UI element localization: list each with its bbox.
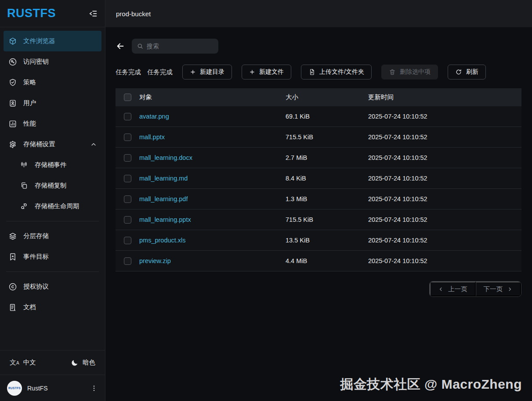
- sidebar-item-label: 访问密钥: [23, 58, 49, 66]
- preferences-row: 文A 中文 暗色: [0, 350, 105, 375]
- sidebar-item-users[interactable]: 用户: [4, 93, 101, 113]
- sidebar-item-performance[interactable]: 性能: [4, 113, 101, 134]
- file-updated: 2025-07-24 10:10:52: [368, 237, 521, 244]
- sidebar-divider: [6, 221, 99, 221]
- back-button[interactable]: [116, 41, 125, 51]
- row-checkbox[interactable]: [124, 113, 131, 120]
- sidebar-item-bucket-replication[interactable]: 存储桶复制: [4, 175, 101, 196]
- next-page-button[interactable]: 下一页: [476, 282, 521, 296]
- table-header: 对象 大小 更新时间: [116, 88, 521, 106]
- search-icon: [137, 43, 144, 50]
- file-link[interactable]: mall_learning.md: [139, 175, 286, 182]
- refresh-icon: [455, 69, 462, 76]
- file-updated: 2025-07-24 10:10:52: [368, 257, 521, 264]
- table-row: mall_learning.pdf 1.3 MiB 2025-07-24 10:…: [116, 189, 521, 210]
- sidebar-item-label: 用户: [23, 99, 36, 107]
- sidebar-item-label: 性能: [23, 119, 36, 128]
- table-row: avatar.png 69.1 KiB 2025-07-24 10:10:52: [116, 106, 521, 127]
- prev-page-label: 上一页: [448, 285, 467, 293]
- file-link[interactable]: mall_learning.pptx: [139, 216, 286, 223]
- table-body: avatar.png 69.1 KiB 2025-07-24 10:10:52 …: [116, 106, 521, 271]
- search-box: [132, 39, 218, 54]
- new-directory-button[interactable]: 新建目录: [182, 65, 232, 79]
- sidebar-item-access-keys[interactable]: 访问密钥: [4, 51, 101, 72]
- row-checkbox[interactable]: [124, 154, 131, 162]
- language-switcher[interactable]: 文A 中文: [10, 358, 36, 367]
- sidebar-item-tiered-storage[interactable]: 分层存储: [4, 226, 101, 246]
- file-updated: 2025-07-24 10:10:52: [368, 175, 521, 182]
- copy-icon: [20, 181, 29, 190]
- table-row: mall_learning.md 8.4 KiB 2025-07-24 10:1…: [116, 168, 521, 189]
- table-row: pms_product.xls 13.5 KiB 2025-07-24 10:1…: [116, 230, 521, 251]
- column-header-updated: 更新时间: [368, 93, 521, 101]
- sidebar-footer: 文A 中文 暗色 RUSTFS RustFS: [0, 350, 105, 401]
- document-icon: [8, 303, 17, 312]
- main-area: prod-bucket 任务完成 任务完成: [105, 0, 532, 401]
- search-input[interactable]: [147, 43, 214, 50]
- sidebar-item-label: 文档: [23, 303, 36, 311]
- delete-selected-button[interactable]: 删除选中项: [381, 65, 438, 79]
- sidebar-item-event-targets[interactable]: 事件目标: [4, 246, 101, 267]
- table-row: mall.pptx 715.5 KiB 2025-07-24 10:10:52: [116, 127, 521, 148]
- sidebar-item-license[interactable]: 授权协议: [4, 276, 101, 297]
- row-checkbox[interactable]: [124, 175, 131, 182]
- task-status-label: 任务完成: [116, 68, 141, 76]
- prev-page-button[interactable]: 上一页: [430, 282, 476, 296]
- trash-icon: [389, 69, 396, 76]
- gear-icon: [8, 140, 17, 149]
- row-checkbox[interactable]: [124, 237, 131, 244]
- bar-chart-icon: [8, 119, 17, 128]
- kebab-menu-icon: [90, 384, 98, 392]
- pagination: 上一页 下一页: [116, 281, 521, 297]
- cube-icon: [8, 37, 17, 46]
- sidebar-item-label: 分层存储: [23, 232, 49, 240]
- file-size: 13.5 KiB: [286, 237, 368, 244]
- sidebar-item-label: 策略: [23, 78, 36, 87]
- sidebar-item-bucket-lifecycle[interactable]: 存储桶生命周期: [4, 196, 101, 217]
- sidebar-item-label: 授权协议: [23, 282, 49, 291]
- sidebar-item-policies[interactable]: 策略: [4, 72, 101, 93]
- file-link[interactable]: mall_learning.docx: [139, 154, 286, 161]
- row-checkbox[interactable]: [124, 257, 131, 265]
- theme-toggle[interactable]: 暗色: [71, 358, 95, 367]
- sidebar-item-label: 存储桶事件: [35, 161, 67, 169]
- row-checkbox[interactable]: [124, 195, 131, 203]
- pagination-group: 上一页 下一页: [429, 281, 521, 297]
- account-menu-button[interactable]: [90, 384, 98, 392]
- file-link[interactable]: pms_product.xls: [139, 237, 286, 244]
- task-status-label: 任务完成: [147, 68, 173, 76]
- topbar: prod-bucket: [105, 0, 532, 27]
- row-checkbox[interactable]: [124, 134, 131, 141]
- objects-table: 对象 大小 更新时间 avatar.png 69.1 KiB 2025-07-2…: [116, 88, 521, 271]
- sidebar-item-label: 存储桶复制: [35, 181, 67, 190]
- upload-button[interactable]: 上传文件/文件夹: [301, 65, 372, 79]
- sidebar-item-docs[interactable]: 文档: [4, 297, 101, 318]
- select-all-checkbox[interactable]: [124, 94, 131, 101]
- file-updated: 2025-07-24 10:10:52: [368, 195, 521, 202]
- translate-icon: 文A: [10, 358, 19, 367]
- sidebar-nav: 文件浏览器 访问密钥 策略 用户: [0, 27, 105, 318]
- file-size: 4.4 MiB: [286, 257, 368, 264]
- moon-icon: [71, 359, 79, 367]
- sidebar-item-bucket-events[interactable]: 存储桶事件: [4, 155, 101, 175]
- rustfs-logo: RUSTFS: [7, 7, 56, 20]
- bucket-title: prod-bucket: [116, 10, 151, 18]
- sidebar: RUSTFS 文件浏览器 访问密钥: [0, 0, 105, 401]
- file-updated: 2025-07-24 10:10:52: [368, 134, 521, 141]
- refresh-button[interactable]: 刷新: [448, 65, 486, 79]
- file-size: 715.5 KiB: [286, 134, 368, 141]
- sidebar-item-file-browser[interactable]: 文件浏览器: [4, 31, 101, 51]
- file-link[interactable]: mall_learning.pdf: [139, 195, 286, 202]
- file-link[interactable]: mall.pptx: [139, 134, 286, 141]
- row-checkbox[interactable]: [124, 216, 131, 224]
- sidebar-item-label: 事件目标: [23, 253, 49, 261]
- account-row[interactable]: RUSTFS RustFS: [0, 375, 105, 401]
- app-window: RUSTFS 文件浏览器 访问密钥: [0, 0, 532, 401]
- file-link[interactable]: avatar.png: [139, 113, 286, 120]
- new-file-button[interactable]: 新建文件: [242, 65, 291, 79]
- next-page-label: 下一页: [484, 285, 503, 293]
- column-header-object: 对象: [139, 93, 286, 101]
- file-link[interactable]: preview.zip: [139, 257, 286, 264]
- sidebar-item-bucket-settings[interactable]: 存储桶设置: [4, 134, 101, 155]
- collapse-sidebar-button[interactable]: [88, 9, 98, 18]
